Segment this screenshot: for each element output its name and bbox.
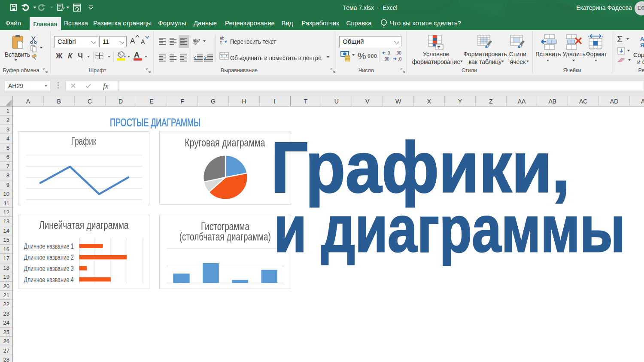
svg-text:Длинное название 1: Длинное название 1 xyxy=(24,242,74,249)
svg-text:,0: ,0 xyxy=(398,57,402,61)
svg-text:Длинное название 4: Длинное название 4 xyxy=(24,276,74,283)
svg-text:,00: ,00 xyxy=(395,51,401,55)
svg-text:Длинное название 3: Длинное название 3 xyxy=(24,265,74,272)
svg-text:Длинное название 2: Длинное название 2 xyxy=(24,253,74,261)
svg-text:,00: ,00 xyxy=(383,57,389,61)
svg-text:c: c xyxy=(220,40,222,44)
svg-text:fx: fx xyxy=(103,82,109,90)
svg-text:ab: ab xyxy=(193,38,198,43)
svg-text:≠: ≠ xyxy=(437,44,440,50)
svg-text:,0: ,0 xyxy=(386,51,390,55)
